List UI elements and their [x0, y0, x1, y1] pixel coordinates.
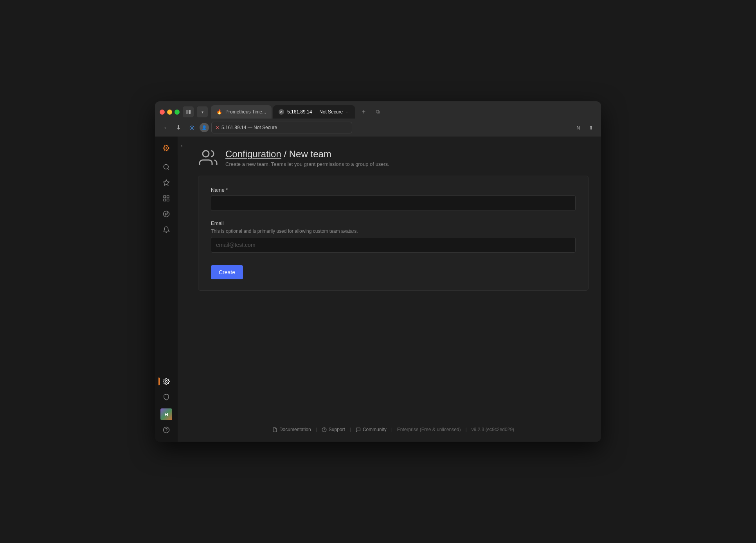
- back-button[interactable]: ‹: [160, 122, 171, 133]
- browser-tabs: 🔥 Prometheus Time... ✕ 5.161.89.14 — Not…: [211, 105, 355, 119]
- community-link[interactable]: Community: [356, 427, 387, 432]
- teams-icon: [198, 147, 218, 168]
- address-bar-row: ‹ ⬇ ◎ 👤 ✕ 5.161.89.14 — Not Secure N ⬆: [160, 122, 596, 137]
- footer-sep-3: |: [391, 427, 392, 432]
- tab-ip-label: 5.161.89.14 — Not Secure: [287, 109, 343, 115]
- tab-ip-more-icon[interactable]: ···: [346, 110, 349, 114]
- traffic-lights: [160, 110, 180, 115]
- community-label: Community: [363, 427, 387, 432]
- close-button[interactable]: [160, 110, 165, 115]
- enterprise-label: Enterprise (Free & unlicensed): [397, 427, 461, 432]
- create-button[interactable]: Create: [211, 265, 243, 279]
- svg-line-3: [167, 168, 169, 169]
- support-icon: [322, 427, 327, 432]
- svg-point-9: [164, 211, 169, 217]
- minimize-button[interactable]: [167, 110, 172, 115]
- star-icon: [163, 179, 170, 186]
- email-field-group: Email This is optional and is primarily …: [211, 220, 576, 253]
- name-input[interactable]: [211, 195, 576, 211]
- page-header: Configuration / New team Create a new te…: [185, 137, 601, 176]
- address-text: 5.161.89.14 — Not Secure: [221, 125, 277, 130]
- page-subtitle: Create a new team. Teams let you grant p…: [225, 161, 389, 167]
- dashboards-icon: [163, 195, 170, 202]
- new-window-button[interactable]: ⧉: [372, 106, 383, 117]
- svg-rect-0: [186, 110, 188, 114]
- sidebar-toggle-button[interactable]: [183, 106, 194, 117]
- download-button[interactable]: ⬇: [173, 122, 184, 133]
- email-hint: This is optional and is primarily used f…: [211, 228, 576, 234]
- maximize-button[interactable]: [175, 110, 180, 115]
- community-icon: [356, 427, 361, 432]
- footer-sep-4: |: [466, 427, 467, 432]
- page-title-area: Configuration / New team Create a new te…: [225, 149, 389, 167]
- avatar-letter: H: [164, 412, 168, 417]
- breadcrumb-current: New team: [289, 149, 331, 159]
- svg-rect-6: [167, 196, 169, 198]
- tab-prometheus[interactable]: 🔥 Prometheus Time...: [211, 105, 272, 119]
- sidebar-item-help[interactable]: [159, 423, 173, 437]
- sidebar-item-user-avatar[interactable]: H: [159, 407, 173, 421]
- name-label: Name *: [211, 187, 576, 193]
- docs-icon: [272, 427, 277, 432]
- docs-label: Documentation: [279, 427, 311, 432]
- svg-marker-10: [165, 213, 167, 215]
- svg-point-14: [203, 151, 209, 157]
- shield-icon: [163, 394, 170, 401]
- footer-sep-1: |: [316, 427, 317, 432]
- sidebar-item-configuration[interactable]: [159, 374, 173, 388]
- form-container: Name * Email This is optional and is pri…: [198, 176, 589, 291]
- sidebar-item-starred[interactable]: [159, 176, 173, 190]
- svg-rect-8: [167, 199, 169, 201]
- sidebar-item-explore[interactable]: [159, 207, 173, 221]
- explore-icon: [163, 210, 170, 218]
- dropdown-button[interactable]: ▾: [197, 106, 208, 117]
- sidebar-item-dashboards[interactable]: [159, 191, 173, 205]
- notion-icon[interactable]: N: [573, 122, 584, 133]
- new-tab-button[interactable]: +: [358, 106, 369, 117]
- share-icon[interactable]: ⬆: [585, 122, 596, 133]
- address-bar[interactable]: ✕ 5.161.89.14 — Not Secure: [211, 122, 352, 133]
- docs-link[interactable]: Documentation: [272, 427, 311, 432]
- gear-icon: [163, 378, 170, 385]
- search-icon: [163, 164, 170, 171]
- toolbar-icons: N ⬆: [573, 122, 596, 133]
- sidebar-item-alerting[interactable]: [159, 223, 173, 237]
- browser-window: ▾ 🔥 Prometheus Time... ✕ 5.161.89.14 — N…: [155, 101, 601, 442]
- shield-check-icon[interactable]: ◎: [186, 122, 197, 133]
- svg-point-2: [164, 164, 168, 169]
- bell-icon: [163, 226, 170, 233]
- email-label: Email: [211, 220, 576, 226]
- profile-icon[interactable]: 👤: [200, 123, 209, 132]
- svg-point-11: [166, 381, 167, 383]
- sidebar-logo[interactable]: ⚙: [159, 141, 173, 155]
- configuration-link[interactable]: Configuration: [225, 149, 281, 159]
- tab-prometheus-icon: 🔥: [216, 109, 222, 115]
- chevron-right-icon: ›: [181, 143, 183, 149]
- browser-chrome: ▾ 🔥 Prometheus Time... ✕ 5.161.89.14 — N…: [155, 101, 601, 137]
- help-icon: [163, 426, 170, 433]
- tab-ip-close-icon[interactable]: ✕: [279, 109, 284, 115]
- svg-rect-7: [164, 199, 166, 201]
- grafana-logo-icon: ⚙: [162, 143, 170, 153]
- svg-rect-1: [189, 110, 191, 114]
- name-field-group: Name *: [211, 187, 576, 211]
- svg-rect-5: [164, 196, 166, 198]
- tab-prometheus-label: Prometheus Time...: [225, 109, 266, 115]
- version-label: v9.2.3 (ec9c2ed029): [472, 427, 514, 432]
- breadcrumb-separator: /: [284, 149, 289, 159]
- support-label: Support: [329, 427, 345, 432]
- breadcrumb: Configuration / New team: [225, 149, 389, 160]
- sidebar-collapse-button[interactable]: ›: [178, 137, 185, 155]
- sidebar-item-search[interactable]: [159, 160, 173, 174]
- support-link[interactable]: Support: [322, 427, 345, 432]
- main-content: Configuration / New team Create a new te…: [185, 137, 601, 442]
- insecure-lock-icon: ✕: [216, 125, 219, 130]
- tab-ip[interactable]: ✕ 5.161.89.14 — Not Secure ···: [273, 105, 355, 119]
- footer: Documentation | Support | Community |: [185, 417, 601, 442]
- svg-marker-4: [164, 180, 169, 185]
- footer-sep-2: |: [350, 427, 351, 432]
- sidebar-item-server-admin[interactable]: [159, 390, 173, 404]
- sidebar: ⚙: [155, 137, 178, 442]
- email-input[interactable]: [211, 237, 576, 253]
- browser-top-bar: ▾ 🔥 Prometheus Time... ✕ 5.161.89.14 — N…: [160, 105, 596, 119]
